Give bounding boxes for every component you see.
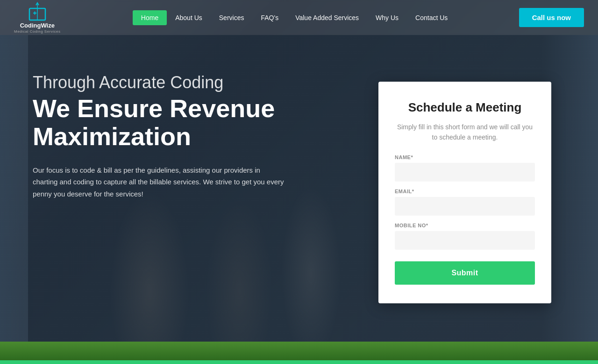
nav-faqs[interactable]: FAQ's [252,10,287,25]
mobile-input[interactable] [395,231,535,250]
hero-subtitle: Through Accurate Coding [33,72,299,92]
email-label: EMAIL* [395,189,535,194]
hero-content: Through Accurate Coding We Ensure Revenu… [0,35,299,200]
mobile-field-group: MOBILE NO* [395,223,535,250]
form-title: Schedule a Meeting [395,100,535,115]
hero-title: We Ensure Revenue Maximization [33,95,299,150]
nav-contact[interactable]: Contact Us [407,10,456,25]
brand-tagline: Medical Coding Services [14,29,61,34]
mobile-label: MOBILE NO* [395,223,535,228]
call-now-button[interactable]: Call us now [519,8,584,27]
name-label: NAME* [395,154,535,160]
logo-icon [26,1,49,22]
form-description: Simply fill in this short form and we wi… [395,122,535,143]
hero-description: Our focus is to code & bill as per the g… [33,164,285,200]
nav-why-us[interactable]: Why Us [367,10,407,25]
bottom-accent-bar [0,360,598,364]
schedule-form: Schedule a Meeting Simply fill in this s… [378,82,551,303]
nav-about[interactable]: About Us [167,10,211,25]
nav-value-added[interactable]: Value Added Services [287,10,367,25]
grass-decoration [0,342,598,360]
nav-services[interactable]: Services [211,10,253,25]
name-input[interactable] [395,163,535,182]
nav-home[interactable]: Home [133,10,167,25]
logo: CodingWize Medical Coding Services [14,1,61,33]
name-field-group: NAME* [395,154,535,182]
submit-button[interactable]: Submit [395,261,535,285]
email-field-group: EMAIL* [395,189,535,216]
brand-name: CodingWize [20,22,55,29]
nav-links: Home About Us Services FAQ's Value Added… [79,10,510,25]
navbar: CodingWize Medical Coding Services Home … [0,0,598,35]
email-input[interactable] [395,197,535,216]
